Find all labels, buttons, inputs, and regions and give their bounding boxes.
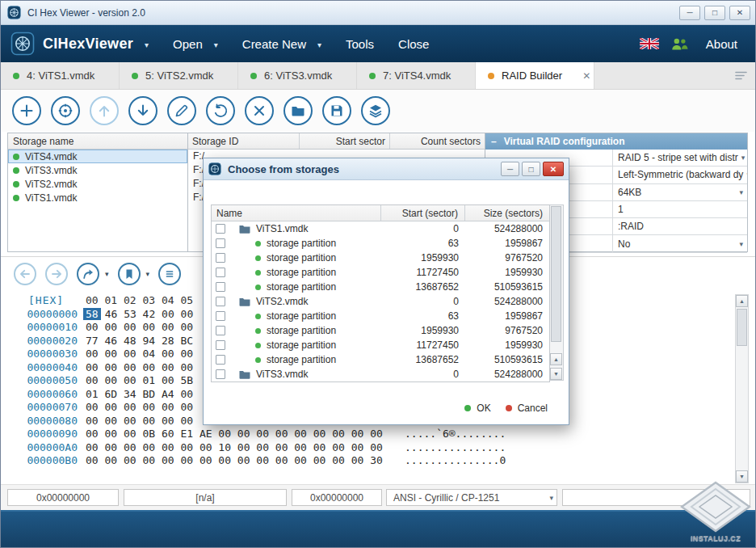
hex-bytes[interactable]: 46 53 42 00 00 xyxy=(105,308,194,320)
column-header-storage-id[interactable]: Storage ID xyxy=(188,133,300,149)
hex-bytes[interactable]: 00 00 00 01 00 5B xyxy=(86,374,193,386)
brand-name[interactable]: CIHexViewer xyxy=(43,36,133,53)
hex-scrollbar[interactable]: ▲ ▼ xyxy=(735,294,749,483)
row-checkbox[interactable] xyxy=(216,268,225,277)
column-header-start[interactable]: Start (sector) xyxy=(381,205,465,221)
row-checkbox[interactable] xyxy=(216,355,225,365)
collapse-icon[interactable]: – xyxy=(491,136,497,147)
stripe-size-select[interactable]: 64KB ▾ xyxy=(613,184,747,200)
tab-vits4[interactable]: 7: ViTS4.vmdk xyxy=(357,62,476,89)
encoding-select[interactable]: ANSI - Cyrillic / CP-1251 ▾ xyxy=(386,489,557,506)
back-button[interactable] xyxy=(14,263,36,285)
partition-tree-row[interactable]: storage partition 1959930 9767520 xyxy=(212,251,549,265)
partition-tree-row[interactable]: storage partition 63 1959867 xyxy=(212,236,549,251)
raid-type-select[interactable]: RAID 5 - stripe set with distr ▾ xyxy=(613,150,747,166)
hex-row[interactable]: 00000090 00 00 00 0B 60 E1 AE 00 00 00 0… xyxy=(1,428,728,441)
row-checkbox[interactable] xyxy=(216,282,225,292)
forward-button[interactable] xyxy=(45,263,68,285)
row-checkbox[interactable] xyxy=(216,311,225,321)
storage-tree-row[interactable]: ViTS2.vmdk 0 524288000 xyxy=(212,294,549,309)
scroll-up-icon[interactable]: ▲ xyxy=(736,295,748,307)
language-flag-icon[interactable] xyxy=(640,38,659,49)
dialog-maximize-button[interactable]: □ xyxy=(522,162,540,176)
move-up-button[interactable] xyxy=(90,96,119,125)
ok-button[interactable]: OK xyxy=(464,403,490,414)
tab-list-icon[interactable] xyxy=(735,71,747,80)
storage-row[interactable]: ViTS3.vmdk xyxy=(8,163,187,177)
cancel-button[interactable]: Cancel xyxy=(506,403,548,414)
bookmark-button[interactable] xyxy=(118,263,141,285)
tab-vits2[interactable]: 5: ViTS2.vmdk xyxy=(120,62,238,89)
column-header-name[interactable]: Name xyxy=(212,205,381,221)
hex-bytes[interactable]: 00 00 00 00 00 00 xyxy=(86,321,193,333)
dialog-minimize-button[interactable]: ─ xyxy=(501,162,519,176)
config-value-field[interactable]: :RAID xyxy=(613,218,747,234)
hex-ascii[interactable]: ...............0 xyxy=(405,454,506,466)
goto-offset-button[interactable] xyxy=(77,263,99,285)
undo-button[interactable] xyxy=(206,96,235,125)
partition-tree-row[interactable]: storage partition 13687652 510593615 xyxy=(212,352,549,367)
tab-raid-builder[interactable]: RAID Builder ✕ xyxy=(476,62,594,89)
menu-about[interactable]: About xyxy=(706,37,737,51)
save-button[interactable] xyxy=(322,96,351,125)
selected-byte[interactable]: 58 xyxy=(83,308,101,320)
config-value-field[interactable]: 1 xyxy=(613,201,747,217)
hex-bytes[interactable]: 00 00 00 0B 60 E1 AE 00 00 00 00 00 00 0… xyxy=(86,428,383,440)
menu-create-new[interactable]: Create New xyxy=(242,37,306,51)
parity-order-select[interactable]: Left-Symmetric (backward dy ▾ xyxy=(613,167,747,183)
row-checkbox[interactable] xyxy=(216,253,225,263)
partition-tree-row[interactable]: storage partition 11727450 1959930 xyxy=(212,265,549,280)
menu-tools[interactable]: Tools xyxy=(346,37,374,51)
remove-button[interactable] xyxy=(245,96,274,125)
layers-button[interactable] xyxy=(361,96,390,125)
row-checkbox[interactable] xyxy=(216,340,225,350)
config-select[interactable]: No ▾ xyxy=(613,235,747,251)
hex-bytes[interactable]: 00 00 00 00 00 00 xyxy=(86,401,193,413)
column-header-storage-name[interactable]: Storage name xyxy=(8,133,187,150)
row-checkbox[interactable] xyxy=(216,326,225,335)
close-button[interactable]: ✕ xyxy=(729,6,750,20)
hex-bytes[interactable]: 00 00 00 00 00 00 xyxy=(86,415,193,427)
move-down-button[interactable] xyxy=(128,96,158,125)
menu-open[interactable]: Open xyxy=(173,37,203,51)
hex-row[interactable]: 000000B0 00 00 00 00 00 00 00 00 00 00 0… xyxy=(1,454,728,468)
chevron-down-icon[interactable]: ▾ xyxy=(105,270,109,278)
scrollbar-thumb[interactable] xyxy=(551,206,561,342)
hex-bytes[interactable]: 00 00 00 00 00 00 00 00 00 00 00 00 00 0… xyxy=(86,454,383,466)
column-header-size[interactable]: Size (sectors) xyxy=(465,205,549,221)
storage-row[interactable]: ViTS1.vmdk xyxy=(8,191,187,204)
hex-row[interactable]: 000000A0 00 00 00 00 00 00 00 10 00 00 0… xyxy=(1,441,728,454)
open-file-button[interactable] xyxy=(284,96,313,125)
column-header-start-sector[interactable]: Start sector xyxy=(300,133,390,149)
hex-bytes[interactable]: 00 00 00 04 00 00 xyxy=(86,348,193,360)
partition-tree-row[interactable]: storage partition 11727450 1959930 xyxy=(212,338,549,352)
partition-tree-row[interactable]: storage partition 63 1959867 xyxy=(212,309,549,323)
row-checkbox[interactable] xyxy=(216,238,225,248)
storage-row[interactable]: ViTS4.vmdk xyxy=(8,150,187,163)
storage-tree-row[interactable]: ViTS3.vmdk 0 524288000 xyxy=(212,367,549,381)
hex-bytes[interactable]: 01 6D 34 BD A4 00 xyxy=(86,388,193,400)
partition-tree-row[interactable]: storage partition 13687652 510593615 xyxy=(212,280,549,294)
storage-row[interactable]: ViTS2.vmdk xyxy=(8,177,187,191)
hex-ascii[interactable]: .....`6®........ xyxy=(405,428,506,440)
hex-bytes[interactable]: 77 46 48 94 28 BC xyxy=(86,335,193,347)
row-checkbox[interactable] xyxy=(216,369,225,379)
storage-tree-row[interactable]: ViTS1.vmdk 0 524288000 xyxy=(212,221,549,236)
hex-ascii[interactable]: ................ xyxy=(405,441,506,453)
partition-tree-row[interactable]: storage partition 1959930 9767520 xyxy=(212,323,549,338)
chevron-down-icon[interactable]: ▾ xyxy=(146,270,150,278)
add-storage-button[interactable] xyxy=(12,96,41,125)
edit-button[interactable] xyxy=(167,96,196,125)
bookmark-list-button[interactable] xyxy=(158,263,181,285)
maximize-button[interactable]: □ xyxy=(704,6,725,20)
users-icon[interactable] xyxy=(670,37,688,51)
dialog-titlebar[interactable]: Choose from storages ─ □ ✕ xyxy=(204,158,569,180)
tab-vits1[interactable]: 4: ViTS1.vmdk xyxy=(1,62,120,89)
hex-bytes[interactable]: 00 00 00 00 00 00 xyxy=(86,361,193,373)
open-drive-button[interactable] xyxy=(51,96,80,125)
hex-bytes[interactable]: 00 00 00 00 00 00 00 10 00 00 00 00 00 0… xyxy=(86,441,383,453)
column-header-count-sectors[interactable]: Count sectors xyxy=(390,133,485,149)
row-checkbox[interactable] xyxy=(216,297,225,306)
dialog-scrollbar[interactable]: ▲ ▼ xyxy=(550,204,564,381)
scroll-up-icon[interactable]: ▲ xyxy=(550,353,562,365)
